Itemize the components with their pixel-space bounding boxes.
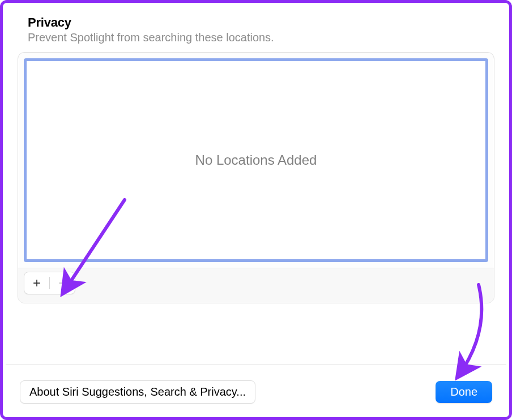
plus-icon: + [33,275,41,291]
separator [6,364,506,365]
add-remove-group: + − [24,272,75,294]
locations-panel: No Locations Added + − [18,52,494,303]
empty-locations-text: No Locations Added [195,152,317,168]
section-title: Privacy [28,15,494,30]
remove-location-button: − [50,272,75,294]
about-privacy-button[interactable]: About Siri Suggestions, Search & Privacy… [20,380,255,404]
section-subtitle: Prevent Spotlight from searching these l… [28,31,494,44]
done-button[interactable]: Done [436,381,492,403]
window-frame: Privacy Prevent Spotlight from searching… [0,0,512,420]
minus-icon: − [58,275,66,291]
footer-row: About Siri Suggestions, Search & Privacy… [20,380,492,404]
content-area: Privacy Prevent Spotlight from searching… [3,3,509,303]
locations-list[interactable]: No Locations Added [24,58,488,262]
locations-toolbar: + − [18,268,494,303]
add-location-button[interactable]: + [24,272,49,294]
